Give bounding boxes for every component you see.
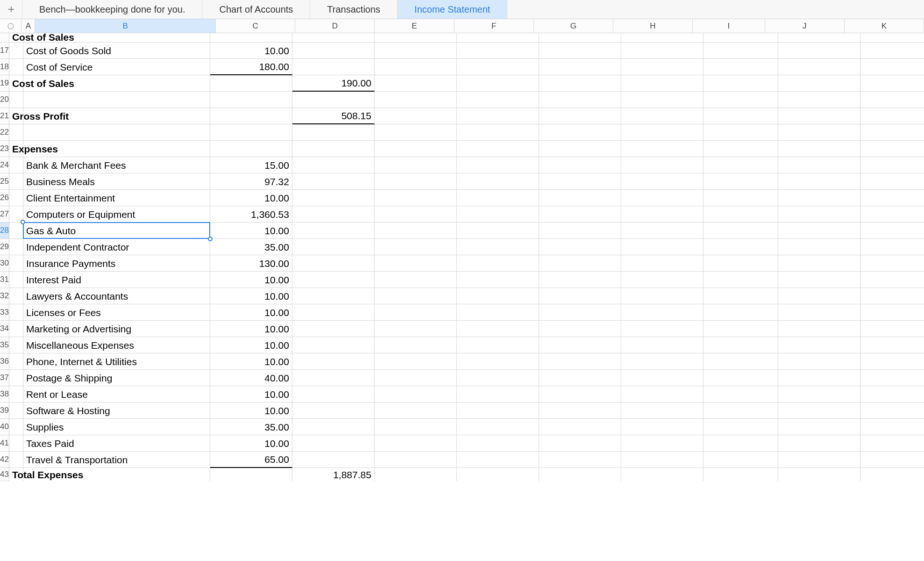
cell-E36[interactable]: [375, 353, 457, 370]
cell-J33[interactable]: [778, 304, 860, 321]
cell-D30[interactable]: [292, 255, 375, 272]
cell-D32[interactable]: [292, 288, 375, 304]
cell-G20[interactable]: [539, 92, 621, 108]
cell-F23[interactable]: [457, 141, 539, 157]
cell-E18[interactable]: [375, 59, 457, 75]
cell-F34[interactable]: [457, 321, 539, 337]
cell-E25[interactable]: [375, 173, 457, 190]
cell-D39[interactable]: [292, 403, 375, 419]
row-header-17[interactable]: 17: [0, 43, 9, 59]
row-header-29[interactable]: 29: [0, 239, 9, 255]
cell-I17[interactable]: [704, 43, 778, 59]
cell-B20[interactable]: [23, 92, 210, 108]
cell-I42[interactable]: [704, 452, 778, 468]
cell-A28[interactable]: [9, 223, 23, 239]
cell-K23[interactable]: [860, 141, 924, 157]
cell-D36[interactable]: [292, 353, 375, 370]
cell-E21[interactable]: [375, 108, 457, 124]
cell-D23[interactable]: [292, 141, 375, 157]
cell-K37[interactable]: [860, 370, 924, 386]
col-header-C[interactable]: C: [216, 19, 295, 33]
cell-B25[interactable]: Business Meals: [23, 173, 210, 190]
tab-transactions[interactable]: Transactions: [310, 0, 398, 19]
cell-A35[interactable]: [9, 337, 23, 353]
cell-A18[interactable]: [9, 59, 23, 75]
cell-F16[interactable]: [457, 33, 539, 43]
cell-B22[interactable]: [23, 124, 210, 141]
cell-D31[interactable]: [292, 272, 375, 288]
cell-F24[interactable]: [457, 157, 539, 173]
cell-H36[interactable]: [621, 353, 704, 370]
cell-I24[interactable]: [704, 157, 778, 173]
cell-I16[interactable]: [704, 33, 778, 43]
cell-H24[interactable]: [621, 157, 704, 173]
cell-E23[interactable]: [375, 141, 457, 157]
cell-C42[interactable]: 65.00: [210, 452, 292, 468]
cell-H28[interactable]: [621, 223, 704, 239]
cell-F19[interactable]: [457, 75, 539, 92]
cell-K31[interactable]: [860, 272, 924, 288]
tab-bench[interactable]: Bench—bookkeeping done for you.: [22, 0, 202, 19]
cell-E28[interactable]: [375, 223, 457, 239]
cell-I43[interactable]: [704, 468, 778, 481]
cell-E34[interactable]: [375, 321, 457, 337]
cell-K25[interactable]: [860, 173, 924, 190]
cell-C19[interactable]: [210, 75, 292, 92]
cell-K32[interactable]: [860, 288, 924, 304]
row-header-36[interactable]: 36: [0, 353, 9, 370]
cell-K26[interactable]: [860, 190, 924, 206]
cell-E30[interactable]: [375, 255, 457, 272]
cell-B19[interactable]: [23, 75, 210, 92]
row-header-18[interactable]: 18: [0, 59, 9, 75]
row-header-27[interactable]: 27: [0, 206, 9, 223]
cell-C23[interactable]: [210, 141, 292, 157]
row-header-38[interactable]: 38: [0, 386, 9, 403]
cell-B37[interactable]: Postage & Shipping: [23, 370, 210, 386]
cell-C16[interactable]: [210, 33, 292, 43]
cell-G35[interactable]: [539, 337, 621, 353]
cell-I35[interactable]: [704, 337, 778, 353]
cell-H19[interactable]: [621, 75, 704, 92]
cell-B17[interactable]: Cost of Goods Sold: [23, 43, 210, 59]
cell-E16[interactable]: [375, 33, 457, 43]
cell-D20[interactable]: [292, 92, 375, 108]
cell-K39[interactable]: [860, 403, 924, 419]
cell-A22[interactable]: [9, 124, 23, 141]
col-header-I[interactable]: I: [693, 19, 765, 33]
cell-E40[interactable]: [375, 419, 457, 435]
row-header-28[interactable]: 28: [0, 223, 9, 239]
cell-C24[interactable]: 15.00: [210, 157, 292, 173]
cell-B32[interactable]: Lawyers & Accountants: [23, 288, 210, 304]
cell-E39[interactable]: [375, 403, 457, 419]
cell-H37[interactable]: [621, 370, 704, 386]
cell-H38[interactable]: [621, 386, 704, 403]
cell-J17[interactable]: [778, 43, 860, 59]
cell-A32[interactable]: [9, 288, 23, 304]
row-header-40[interactable]: 40: [0, 419, 9, 435]
cell-K33[interactable]: [860, 304, 924, 321]
row-header-19[interactable]: 19: [0, 75, 9, 92]
cell-C32[interactable]: 10.00: [210, 288, 292, 304]
cell-A21[interactable]: Gross Profit: [9, 108, 23, 124]
cell-C25[interactable]: 97.32: [210, 173, 292, 190]
cell-I40[interactable]: [704, 419, 778, 435]
cell-K36[interactable]: [860, 353, 924, 370]
cell-I19[interactable]: [704, 75, 778, 92]
cell-K40[interactable]: [860, 419, 924, 435]
cell-H29[interactable]: [621, 239, 704, 255]
cell-C41[interactable]: 10.00: [210, 435, 292, 452]
cell-I23[interactable]: [704, 141, 778, 157]
cell-B18[interactable]: Cost of Service: [23, 59, 210, 75]
cell-D19[interactable]: 190.00: [292, 75, 375, 92]
cell-D27[interactable]: [292, 206, 375, 223]
cell-I31[interactable]: [704, 272, 778, 288]
col-header-B[interactable]: B: [35, 19, 216, 33]
cell-B39[interactable]: Software & Hosting: [23, 403, 210, 419]
cell-H41[interactable]: [621, 435, 704, 452]
cell-D17[interactable]: [292, 43, 375, 59]
cell-B36[interactable]: Phone, Internet & Utilities: [23, 353, 210, 370]
cell-F22[interactable]: [457, 124, 539, 141]
cell-A20[interactable]: [9, 92, 23, 108]
row-header-30[interactable]: 30: [0, 255, 9, 272]
cell-A31[interactable]: [9, 272, 23, 288]
